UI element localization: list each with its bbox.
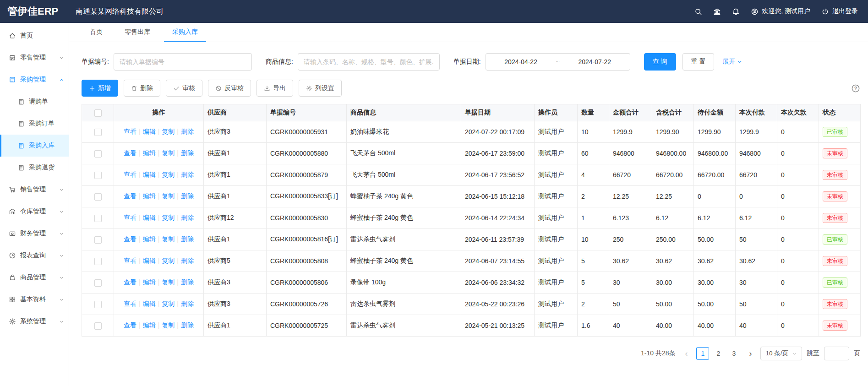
row-delete-link[interactable]: 删除 xyxy=(181,257,194,264)
row-delete-link[interactable]: 删除 xyxy=(181,278,194,286)
row-delete-link[interactable]: 删除 xyxy=(181,235,194,243)
row-edit-link[interactable]: 编辑 xyxy=(143,300,156,307)
row-delete-link[interactable]: 删除 xyxy=(181,171,194,178)
sidebar-item-system[interactable]: 系统管理 xyxy=(0,310,69,332)
row-delete-link[interactable]: 删除 xyxy=(181,300,194,307)
row-checkbox[interactable] xyxy=(94,322,102,330)
row-edit-link[interactable]: 编辑 xyxy=(143,321,156,329)
row-checkbox[interactable] xyxy=(94,236,102,244)
doc-icon xyxy=(18,164,25,171)
audit-button[interactable]: 审核 xyxy=(166,80,202,97)
cell-quantity: 5 xyxy=(578,272,609,294)
sidebar-item-sales[interactable]: 销售管理 xyxy=(0,179,69,201)
prev-page-button[interactable]: ‹ xyxy=(681,347,692,360)
page-size-select[interactable]: 10 条/页 xyxy=(760,347,802,360)
row-edit-link[interactable]: 编辑 xyxy=(143,235,156,243)
row-checkbox[interactable] xyxy=(94,301,102,308)
sidebar-item-reports[interactable]: 报表查询 xyxy=(0,245,69,266)
tab-home[interactable]: 首页 xyxy=(82,23,111,42)
unaudit-button[interactable]: 反审核 xyxy=(208,80,251,97)
row-view-link[interactable]: 查看 xyxy=(124,171,136,178)
row-checkbox[interactable] xyxy=(94,150,102,158)
row-copy-link[interactable]: 复制 xyxy=(162,321,175,329)
platform-button[interactable] xyxy=(713,8,721,16)
row-checkbox[interactable] xyxy=(94,129,102,136)
row-view-link[interactable]: 查看 xyxy=(124,321,136,329)
row-checkbox[interactable] xyxy=(94,258,102,265)
row-edit-link[interactable]: 编辑 xyxy=(143,171,156,178)
row-copy-link[interactable]: 复制 xyxy=(162,257,175,264)
jump-to-input[interactable] xyxy=(824,347,849,360)
sidebar-item-finance[interactable]: 财务管理 xyxy=(0,223,69,245)
row-copy-link[interactable]: 复制 xyxy=(162,149,175,157)
row-checkbox[interactable] xyxy=(94,215,102,222)
bill-no-input[interactable] xyxy=(114,53,252,71)
delete-button[interactable]: 删除 xyxy=(124,80,160,97)
row-copy-link[interactable]: 复制 xyxy=(162,192,175,200)
row-view-link[interactable]: 查看 xyxy=(124,257,136,264)
row-delete-link[interactable]: 删除 xyxy=(181,149,194,157)
row-checkbox[interactable] xyxy=(94,172,102,179)
notifications-button[interactable] xyxy=(732,8,740,16)
row-view-link[interactable]: 查看 xyxy=(124,278,136,286)
welcome-user[interactable]: 欢迎您, 测试用户 xyxy=(751,7,810,16)
row-copy-link[interactable]: 复制 xyxy=(162,171,175,178)
cell-product-info: 蜂蜜柚子茶 240g 黄色 xyxy=(347,250,461,272)
date-to-value[interactable]: 2024-07-22 xyxy=(560,58,630,65)
row-copy-link[interactable]: 复制 xyxy=(162,128,175,135)
row-edit-link[interactable]: 编辑 xyxy=(143,128,156,135)
product-info-input[interactable] xyxy=(298,53,440,71)
row-edit-link[interactable]: 编辑 xyxy=(143,214,156,221)
sidebar-item-home[interactable]: 首页 xyxy=(0,25,69,47)
export-button[interactable]: 导出 xyxy=(257,80,293,97)
date-range-picker[interactable]: 2024-04-22 ~ 2024-07-22 xyxy=(486,53,630,71)
sidebar-item-basic-data[interactable]: 基本资料 xyxy=(0,288,69,310)
next-page-button[interactable]: › xyxy=(745,347,756,360)
tab-purchase-inbound[interactable]: 采购入库 xyxy=(164,23,206,42)
page-button-2[interactable]: 2 xyxy=(712,347,725,360)
row-edit-link[interactable]: 编辑 xyxy=(143,278,156,286)
row-view-link[interactable]: 查看 xyxy=(124,192,136,200)
sidebar-subitem-purchase-inbound[interactable]: 采购入库 xyxy=(0,135,69,157)
search-button[interactable] xyxy=(694,8,702,16)
sidebar-item-warehouse[interactable]: 仓库管理 xyxy=(0,201,69,223)
row-view-link[interactable]: 查看 xyxy=(124,300,136,307)
row-view-link[interactable]: 查看 xyxy=(124,149,136,157)
row-copy-link[interactable]: 复制 xyxy=(162,278,175,286)
row-edit-link[interactable]: 编辑 xyxy=(143,257,156,264)
goods-icon xyxy=(9,274,16,281)
sidebar-item-retail[interactable]: 零售管理 xyxy=(0,47,69,69)
sidebar-subitem-purchase-return[interactable]: 采购退货 xyxy=(0,157,69,179)
row-checkbox[interactable] xyxy=(94,193,102,201)
search-button[interactable]: 查 询 xyxy=(644,53,676,71)
page-button-1[interactable]: 1 xyxy=(696,347,709,360)
row-delete-link[interactable]: 删除 xyxy=(181,321,194,329)
select-all-checkbox[interactable] xyxy=(94,109,102,117)
row-delete-link[interactable]: 删除 xyxy=(181,128,194,135)
row-copy-link[interactable]: 复制 xyxy=(162,214,175,221)
sidebar-item-purchase[interactable]: 采购管理 xyxy=(0,69,69,91)
reset-button[interactable]: 重 置 xyxy=(682,53,715,71)
tab-retail-outbound[interactable]: 零售出库 xyxy=(116,23,158,42)
row-delete-link[interactable]: 删除 xyxy=(181,192,194,200)
sidebar-item-goods[interactable]: 商品管理 xyxy=(0,266,69,288)
page-button-3[interactable]: 3 xyxy=(727,347,740,360)
row-view-link[interactable]: 查看 xyxy=(124,214,136,221)
row-copy-link[interactable]: 复制 xyxy=(162,235,175,243)
row-edit-link[interactable]: 编辑 xyxy=(143,149,156,157)
row-view-link[interactable]: 查看 xyxy=(124,235,136,243)
date-from-value[interactable]: 2024-04-22 xyxy=(486,58,556,65)
row-copy-link[interactable]: 复制 xyxy=(162,300,175,307)
sidebar-subitem-purchase-request[interactable]: 请购单 xyxy=(0,91,69,113)
add-button[interactable]: 新增 xyxy=(82,80,118,97)
help-button[interactable]: ? xyxy=(851,84,860,93)
row-view-link[interactable]: 查看 xyxy=(124,128,136,135)
sidebar-subitem-purchase-order[interactable]: 采购订单 xyxy=(0,113,69,135)
row-checkbox[interactable] xyxy=(94,279,102,287)
logout-button[interactable]: 退出登录 xyxy=(821,7,858,16)
row-edit-link[interactable]: 编辑 xyxy=(143,192,156,200)
cell-amount-total: 30 xyxy=(609,272,652,294)
column-settings-button[interactable]: 列设置 xyxy=(299,80,342,97)
expand-toggle[interactable]: 展开 xyxy=(722,58,742,66)
row-delete-link[interactable]: 删除 xyxy=(181,214,194,221)
